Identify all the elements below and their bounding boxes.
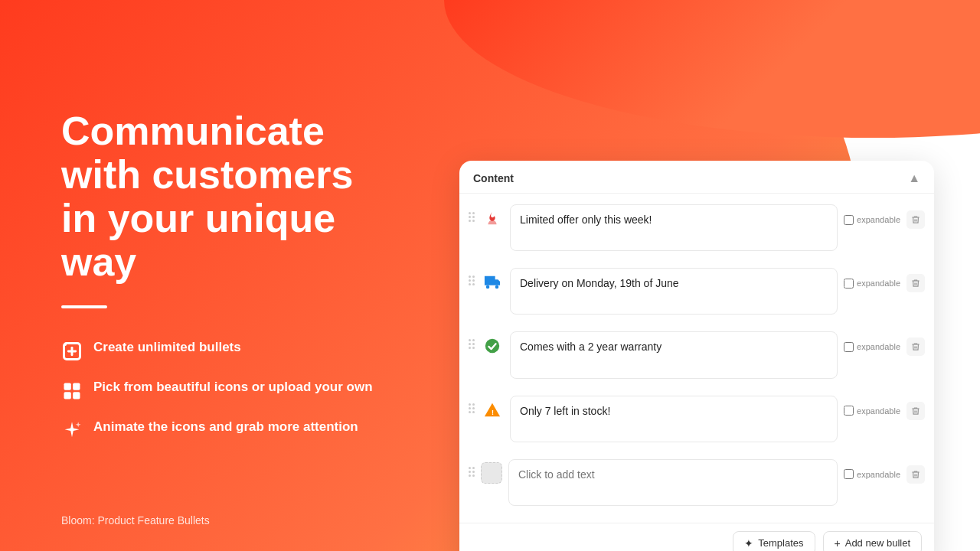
bullet-controls: expandable — [844, 268, 925, 292]
collapse-icon[interactable]: ▲ — [908, 171, 920, 185]
bullet-controls: expandable — [844, 396, 925, 420]
drag-handle[interactable] — [469, 331, 475, 349]
expandable-checkbox[interactable] — [844, 406, 854, 416]
bullet-icon-warning[interactable]: ! — [481, 399, 504, 422]
bullet-controls: expandable — [844, 331, 925, 356]
bottom-label: Bloom: Product Feature Bullets — [61, 514, 210, 527]
bullet-textarea[interactable]: Limited offer only this week! — [510, 204, 838, 251]
bullet-icon-truck[interactable] — [481, 271, 504, 294]
expandable-checkbox[interactable] — [844, 279, 854, 289]
main-title: Communicate with customers in your uniqu… — [61, 109, 383, 285]
feature-list: Create unlimited bullets Pick from beaut… — [61, 339, 383, 442]
delete-button[interactable] — [906, 402, 925, 420]
svg-point-9 — [495, 285, 499, 289]
expandable-check: expandable — [844, 215, 900, 225]
drag-handle[interactable] — [469, 204, 475, 222]
feature-text-bullets: Create unlimited bullets — [93, 339, 241, 357]
expandable-label: expandable — [857, 406, 900, 416]
table-row: Limited offer only this week! expandable — [469, 200, 925, 259]
bullet-icon-check[interactable] — [481, 334, 504, 357]
bullet-text-wrap: Only 7 left in stock! — [510, 396, 838, 445]
left-panel: Communicate with customers in your uniqu… — [0, 0, 429, 551]
expandable-check: expandable — [844, 342, 900, 352]
table-row: Comes with a 2 year warranty expandable — [469, 327, 925, 386]
svg-text:!: ! — [492, 408, 494, 416]
drag-handle[interactable] — [469, 459, 475, 477]
add-label: Add new bullet — [845, 537, 910, 549]
expandable-checkbox[interactable] — [844, 215, 854, 225]
drag-handle[interactable] — [469, 396, 475, 413]
feature-item-icons: Pick from beautiful icons or upload your… — [61, 379, 383, 402]
table-row: Delivery on Monday, 19th of June expanda… — [469, 263, 925, 322]
grid-icon — [61, 380, 83, 402]
bullet-text-wrap: Limited offer only this week! — [510, 204, 838, 254]
delete-button[interactable] — [906, 337, 925, 356]
svg-point-8 — [486, 285, 490, 289]
bullet-textarea[interactable]: Delivery on Monday, 19th of June — [510, 268, 838, 315]
content-panel: Content ▲ Limited offer only this week! — [459, 161, 934, 551]
bullet-textarea[interactable]: Comes with a 2 year warranty — [510, 331, 838, 378]
expandable-checkbox[interactable] — [844, 342, 854, 352]
bullet-icon-fire[interactable] — [481, 207, 504, 230]
sparkle-icon — [61, 420, 83, 442]
bullet-controls: expandable — [844, 459, 925, 484]
delete-button[interactable] — [906, 210, 925, 229]
bullet-textarea[interactable]: Only 7 left in stock! — [510, 396, 838, 442]
feature-text-icons: Pick from beautiful icons or upload your… — [93, 379, 373, 396]
drag-handle[interactable] — [469, 268, 475, 285]
feature-item-bullets: Create unlimited bullets — [61, 339, 383, 362]
expandable-check: expandable — [844, 469, 900, 479]
bullet-controls: expandable — [844, 204, 925, 229]
expandable-check: expandable — [844, 279, 900, 289]
expandable-label: expandable — [857, 279, 900, 288]
svg-rect-6 — [64, 393, 71, 399]
expandable-check: expandable — [844, 406, 900, 416]
delete-button[interactable] — [906, 465, 925, 484]
bullet-textarea-placeholder[interactable] — [508, 459, 838, 506]
expandable-label: expandable — [857, 342, 900, 351]
bullet-text-wrap: Comes with a 2 year warranty — [510, 331, 838, 381]
templates-button[interactable]: ✦ Templates — [733, 531, 815, 551]
delete-button[interactable] — [906, 274, 925, 292]
title-divider — [61, 305, 107, 308]
svg-point-3 — [64, 344, 67, 347]
bullet-text-wrap — [508, 459, 838, 509]
feature-text-animate: Animate the icons and grab more attentio… — [93, 419, 358, 436]
feature-item-animate: Animate the icons and grab more attentio… — [61, 419, 383, 442]
templates-icon: ✦ — [744, 537, 753, 549]
table-row: expandable — [469, 455, 925, 514]
svg-point-10 — [485, 339, 499, 353]
expandable-label: expandable — [857, 470, 900, 479]
add-new-bullet-button[interactable]: + Add new bullet — [823, 531, 922, 551]
table-row: ! Only 7 left in stock! expandable — [469, 391, 925, 450]
svg-rect-5 — [73, 383, 80, 390]
svg-rect-4 — [64, 383, 71, 390]
expandable-checkbox[interactable] — [844, 469, 854, 479]
expandable-label: expandable — [857, 215, 900, 224]
panel-header: Content ▲ — [459, 161, 934, 194]
bullet-rows: Limited offer only this week! expandable — [459, 194, 934, 520]
bullet-icon-empty[interactable] — [481, 462, 502, 484]
panel-title: Content — [473, 172, 514, 184]
svg-rect-7 — [73, 393, 80, 399]
add-icon: + — [835, 537, 841, 549]
templates-label: Templates — [758, 537, 803, 549]
add-box-icon — [61, 341, 83, 362]
panel-footer: ✦ Templates + Add new bullet — [459, 523, 934, 551]
bullet-text-wrap: Delivery on Monday, 19th of June — [510, 268, 838, 318]
